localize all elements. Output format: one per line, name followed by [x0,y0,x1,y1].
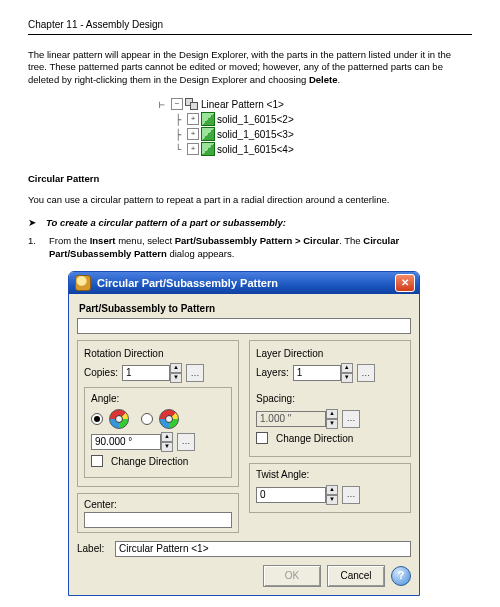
step-1: 1. From the Insert menu, select Part/Sub… [28,235,472,261]
section-intro: You can use a circular pattern to repeat… [28,194,472,207]
copies-label: Copies: [84,366,118,380]
twist-angle-spinner[interactable]: 0 ▲▼ [256,485,338,505]
more-button[interactable]: … [177,433,195,451]
expand-icon[interactable]: + [187,143,199,155]
color-wheel-icon [109,409,129,429]
spacing-label: Spacing: [256,392,404,406]
change-direction-label: Change Direction [111,455,188,469]
layers-label: Layers: [256,366,289,380]
step-number: 1. [28,235,39,261]
dialog-titlebar[interactable]: Circular Part/Subassembly Pattern ✕ [69,272,419,294]
center-input[interactable] [84,512,232,528]
pattern-target-input[interactable] [77,318,411,334]
group-legend: Rotation Direction [84,347,232,361]
angle-spinner[interactable]: 90.000 ° ▲▼ [91,432,173,452]
tree-child-row[interactable]: ├ + solid_1_6015<2> [155,112,345,127]
tree-root-row[interactable]: ⊢ − Linear Pattern <1> [155,97,345,112]
cancel-button[interactable]: Cancel [327,565,385,587]
pattern-target-label: Part/Subassembly to Pattern [79,302,411,316]
more-button[interactable]: … [357,364,375,382]
tree-connector: ├ [171,127,185,142]
spin-down-icon[interactable]: ▼ [326,419,338,429]
intro-text: The linear pattern will appear in the De… [28,49,451,86]
close-button[interactable]: ✕ [395,274,415,292]
spin-up-icon[interactable]: ▲ [341,363,353,373]
spacing-input[interactable]: 1.000 " [256,411,326,427]
more-button[interactable]: … [186,364,204,382]
spin-up-icon[interactable]: ▲ [326,409,338,419]
linear-pattern-icon [185,98,199,110]
expand-icon[interactable]: + [187,128,199,140]
more-button[interactable]: … [342,410,360,428]
angle-group: Angle: 90.000 ° ▲▼ [84,387,232,478]
angle-mode-radio-1[interactable] [91,413,103,425]
twist-angle-label: Twist Angle: [256,468,404,482]
twist-angle-group: Twist Angle: 0 ▲▼ … [249,463,411,513]
intro-text-end: . [337,74,340,85]
circular-pattern-dialog: Circular Part/Subassembly Pattern ✕ Part… [68,271,420,596]
center-label: Center: [84,498,232,512]
intro-paragraph: The linear pattern will appear in the De… [28,49,472,87]
copies-spinner[interactable]: 1 ▲▼ [122,363,182,383]
label-input[interactable]: Circular Pattern <1> [115,541,411,557]
spin-up-icon[interactable]: ▲ [326,485,338,495]
tree-child-label: solid_1_6015<4> [217,142,294,157]
tree-root-label: Linear Pattern <1> [201,97,284,112]
spin-down-icon[interactable]: ▼ [326,495,338,505]
twist-angle-input[interactable]: 0 [256,487,326,503]
spin-up-icon[interactable]: ▲ [161,432,173,442]
copies-input[interactable]: 1 [122,365,170,381]
spin-down-icon[interactable]: ▼ [161,442,173,452]
collapse-icon[interactable]: − [171,98,183,110]
spacing-spinner[interactable]: 1.000 " ▲▼ [256,409,338,429]
angle-legend: Angle: [91,392,225,406]
help-button[interactable]: ? [391,566,411,586]
section-heading: Circular Pattern [28,173,472,186]
solid-part-icon [201,112,215,126]
tree-connector: ├ [171,112,185,127]
chapter-header: Chapter 11 - Assembly Design [28,18,472,32]
change-direction-checkbox[interactable] [91,455,103,467]
angle-mode-radio-2[interactable] [141,413,153,425]
layers-input[interactable]: 1 [293,365,341,381]
color-wheel-icon [159,409,179,429]
intro-delete-word: Delete [309,74,338,85]
tree-connector: └ [171,142,185,157]
spin-down-icon[interactable]: ▼ [170,373,182,383]
header-rule [28,34,472,35]
label-field-label: Label: [77,542,111,556]
tree-connector: ⊢ [155,97,169,112]
layer-direction-group: Layer Direction Layers: 1 ▲▼ … Spacing: … [249,340,411,458]
expand-icon[interactable]: + [187,113,199,125]
solid-part-icon [201,127,215,141]
task-title: To create a circular pattern of a part o… [46,217,286,230]
spin-up-icon[interactable]: ▲ [170,363,182,373]
tree-child-row[interactable]: └ + solid_1_6015<4> [155,142,345,157]
step-text: From the Insert menu, select Part/Subass… [49,235,472,261]
change-direction-checkbox[interactable] [256,432,268,444]
design-explorer-tree: ⊢ − Linear Pattern <1> ├ + solid_1_6015<… [155,97,345,157]
spin-down-icon[interactable]: ▼ [341,373,353,383]
angle-input[interactable]: 90.000 ° [91,434,161,450]
tree-child-row[interactable]: ├ + solid_1_6015<3> [155,127,345,142]
ok-button[interactable]: OK [263,565,321,587]
change-direction-label: Change Direction [276,432,353,446]
rotation-direction-group: Rotation Direction Copies: 1 ▲▼ … Angle: [77,340,239,488]
group-legend: Layer Direction [256,347,404,361]
dialog-title: Circular Part/Subassembly Pattern [97,276,389,291]
app-icon [75,275,91,291]
solid-part-icon [201,142,215,156]
more-button[interactable]: … [342,486,360,504]
tree-child-label: solid_1_6015<3> [217,127,294,142]
layers-spinner[interactable]: 1 ▲▼ [293,363,353,383]
center-group: Center: [77,493,239,533]
tree-child-label: solid_1_6015<2> [217,112,294,127]
bullet-arrow-icon: ➤ [28,217,36,230]
